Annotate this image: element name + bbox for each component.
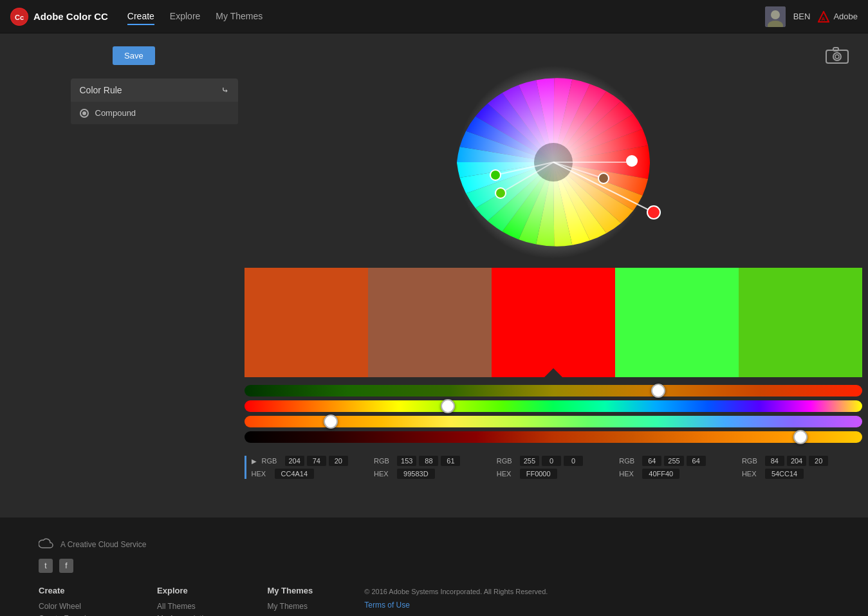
rgb-b-3[interactable]: 64 [687,456,706,466]
rgb-g-3[interactable]: 255 [664,456,683,466]
slider-row-0 [245,385,862,397]
center-area: ▶ RGB 204 74 20 HEX CC4A14 [245,53,862,479]
app-logo: Cc Adobe Color CC [10,8,108,26]
user-avatar[interactable] [765,6,786,27]
footer-service-label: A Creative Cloud Service [60,540,146,549]
nav-links: Create Explore My Themes [127,8,765,25]
rgb-r-2[interactable]: 255 [520,456,539,466]
hex-val-0[interactable]: CC4A14 [275,469,315,479]
rgb-values-0: 204 74 20 [285,456,348,466]
footer-top: A Creative Cloud Service [39,537,829,552]
save-button[interactable]: Save [113,46,155,65]
slider-thumb-2[interactable] [324,415,338,429]
footer-col-explore: Explore All Themes My Appreciations Most… [157,586,216,616]
color-rule-label: Color Rule [80,85,122,95]
rgb-g-1[interactable]: 88 [419,456,438,466]
footer-main: Create Color Wheel Create From Image Exp… [39,586,829,616]
expand-arrow-0[interactable]: ▶ [252,458,257,465]
footer-copyright: © 2016 Adobe Systems Incorporated. All R… [364,588,548,595]
slider-track-2[interactable] [245,416,862,427]
slider-thumb-0[interactable] [651,384,665,398]
rgb-r-0[interactable]: 204 [285,456,304,466]
swatch-1[interactable] [368,268,492,377]
hex-val-3[interactable]: 40FF40 [642,469,679,479]
svg-point-3 [771,10,780,19]
slider-thumb-3[interactable] [793,430,808,444]
footer-link-my-themes[interactable]: My Themes [267,602,313,611]
color-wheel [444,53,663,272]
hex-val-2[interactable]: FF0000 [520,469,557,479]
swatch-3[interactable] [615,268,739,377]
slider-track-3[interactable] [245,431,862,443]
nav-right: BEN A Adobe [765,6,858,27]
nav-my-themes[interactable]: My Themes [216,8,263,25]
adobe-label: Adobe [833,12,858,21]
creative-cloud-icon [39,537,54,552]
facebook-icon[interactable]: f [59,559,73,573]
svg-point-10 [835,55,839,59]
swatches-row [245,268,862,377]
slider-row-1 [245,400,862,412]
rgb-g-0[interactable]: 74 [307,456,326,466]
nav-create[interactable]: Create [127,8,154,25]
logo-icon: Cc [10,8,28,26]
rgb-row-1: RGB 153 88 61 [374,456,492,466]
footer-col-create-heading: Create [39,586,106,595]
rgb-values-1: 153 88 61 [397,456,460,466]
footer: A Creative Cloud Service t f Create Colo… [0,518,868,616]
swatch-2[interactable] [492,268,615,377]
nav-explore[interactable]: Explore [170,8,200,25]
color-rule-header[interactable]: Color Rule ⤷ [71,79,238,102]
color-info-3: RGB 64 255 64 HEX 40FF40 [616,456,739,479]
rgb-b-2[interactable]: 0 [564,456,583,466]
rgb-b-4[interactable]: 20 [809,456,828,466]
svg-rect-9 [833,48,838,51]
svg-text:Cc: Cc [15,14,24,21]
color-info-row: ▶ RGB 204 74 20 HEX CC4A14 [245,456,862,479]
svg-point-22 [647,206,660,219]
rgb-row-2: RGB 255 0 0 [497,456,614,466]
swatch-4[interactable] [739,268,862,377]
adobe-logo: A Adobe [818,11,858,23]
rgb-b-0[interactable]: 20 [329,456,348,466]
color-rule-dropdown[interactable]: Color Rule ⤷ Compound [71,79,238,124]
svg-point-20 [598,173,609,183]
footer-col-explore-heading: Explore [157,586,216,595]
rgb-b-1[interactable]: 61 [441,456,460,466]
rgb-values-3: 64 255 64 [642,456,705,466]
camera-button[interactable] [826,46,849,67]
footer-link-all-themes[interactable]: All Themes [157,602,216,611]
footer-col-legal: © 2016 Adobe Systems Incorporated. All R… [364,586,548,616]
rgb-r-3[interactable]: 64 [642,456,661,466]
compound-label: Compound [95,108,136,118]
footer-col-create: Create Color Wheel Create From Image [39,586,106,616]
hex-val-4[interactable]: 54CC14 [765,469,804,479]
rgb-r-1[interactable]: 153 [397,456,416,466]
slider-thumb-1[interactable] [441,399,455,413]
slider-track-1[interactable] [245,400,862,412]
svg-point-21 [627,156,637,166]
hex-row-0: HEX CC4A14 [252,469,369,479]
svg-point-19 [495,188,506,198]
footer-link-color-wheel[interactable]: Color Wheel [39,602,106,611]
svg-text:A: A [822,16,826,22]
rgb-r-4[interactable]: 84 [765,456,784,466]
slider-track-0[interactable] [245,385,862,397]
username[interactable]: BEN [793,12,811,21]
app-title: Adobe Color CC [33,11,108,22]
hex-row-1: HEX 99583D [374,469,492,479]
rgb-row-3: RGB 64 255 64 [619,456,737,466]
compound-option[interactable]: Compound [71,102,238,124]
hex-val-1[interactable]: 99583D [397,469,435,479]
footer-terms-link[interactable]: Terms of Use [364,599,548,613]
footer-col-mythemes: My Themes My Themes [267,586,313,616]
hex-row-4: HEX 54CC14 [742,469,860,479]
rgb-values-4: 84 204 20 [765,456,828,466]
twitter-icon[interactable]: t [39,559,53,573]
slider-row-3 [245,431,862,443]
color-wheel-container[interactable] [444,53,663,272]
rgb-g-4[interactable]: 204 [787,456,806,466]
swatch-0[interactable] [245,268,368,377]
radio-icon [80,109,89,118]
rgb-g-2[interactable]: 0 [542,456,561,466]
